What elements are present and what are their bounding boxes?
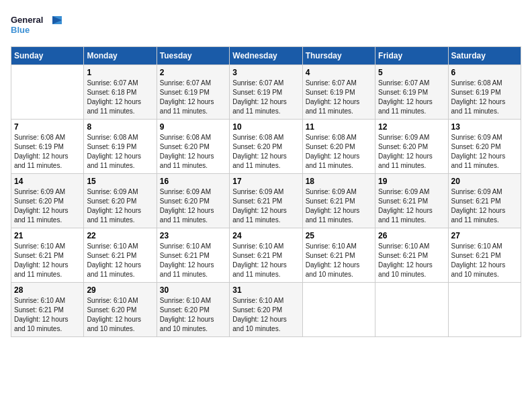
day-number: 11 [306, 122, 372, 132]
day-info: Sunrise: 6:10 AMSunset: 6:21 PMDaylight:… [160, 242, 226, 279]
day-info: Sunrise: 6:10 AMSunset: 6:21 PMDaylight:… [451, 242, 518, 279]
day-cell: 14Sunrise: 6:09 AMSunset: 6:20 PMDayligh… [11, 174, 84, 228]
day-cell: 26Sunrise: 6:10 AMSunset: 6:21 PMDayligh… [375, 228, 448, 283]
day-number: 24 [232, 231, 299, 240]
page-header: General Blue [11, 11, 521, 41]
day-cell: 27Sunrise: 6:10 AMSunset: 6:21 PMDayligh… [448, 228, 521, 283]
header-wednesday: Wednesday [230, 47, 302, 65]
day-number: 18 [306, 177, 372, 186]
day-info: Sunrise: 6:09 AMSunset: 6:21 PMDaylight:… [306, 187, 372, 225]
calendar-table: SundayMondayTuesdayWednesdayThursdayFrid… [11, 46, 521, 337]
week-row-5: 28Sunrise: 6:10 AMSunset: 6:21 PMDayligh… [11, 283, 521, 337]
week-row-2: 7Sunrise: 6:08 AMSunset: 6:19 PMDaylight… [11, 120, 521, 174]
day-number: 22 [87, 231, 153, 240]
day-number: 19 [378, 177, 445, 186]
day-info: Sunrise: 6:09 AMSunset: 6:20 PMDaylight:… [378, 133, 445, 171]
day-number: 17 [232, 177, 299, 186]
day-number: 28 [14, 285, 81, 295]
day-number: 27 [451, 231, 518, 240]
day-info: Sunrise: 6:08 AMSunset: 6:19 PMDaylight:… [14, 133, 81, 171]
day-cell: 25Sunrise: 6:10 AMSunset: 6:21 PMDayligh… [302, 228, 375, 283]
day-cell: 8Sunrise: 6:08 AMSunset: 6:19 PMDaylight… [84, 120, 157, 174]
day-cell: 6Sunrise: 6:08 AMSunset: 6:19 PMDaylight… [448, 65, 521, 120]
logo-svg: General Blue [11, 11, 64, 41]
day-cell [302, 283, 375, 337]
day-cell: 18Sunrise: 6:09 AMSunset: 6:21 PMDayligh… [302, 174, 375, 228]
day-cell: 12Sunrise: 6:09 AMSunset: 6:20 PMDayligh… [375, 120, 448, 174]
day-info: Sunrise: 6:07 AMSunset: 6:19 PMDaylight:… [160, 79, 226, 116]
day-cell: 1Sunrise: 6:07 AMSunset: 6:18 PMDaylight… [84, 65, 157, 120]
day-info: Sunrise: 6:08 AMSunset: 6:19 PMDaylight:… [451, 79, 518, 116]
logo: General Blue [11, 11, 64, 41]
day-cell: 22Sunrise: 6:10 AMSunset: 6:21 PMDayligh… [84, 228, 157, 283]
day-number: 10 [232, 122, 299, 132]
day-cell: 7Sunrise: 6:08 AMSunset: 6:19 PMDaylight… [11, 120, 84, 174]
day-number: 1 [87, 68, 153, 77]
day-info: Sunrise: 6:10 AMSunset: 6:21 PMDaylight:… [306, 242, 372, 279]
day-cell [375, 283, 448, 337]
day-info: Sunrise: 6:09 AMSunset: 6:21 PMDaylight:… [451, 187, 518, 225]
day-info: Sunrise: 6:09 AMSunset: 6:20 PMDaylight:… [87, 187, 153, 225]
day-cell: 30Sunrise: 6:10 AMSunset: 6:20 PMDayligh… [157, 283, 229, 337]
day-number: 9 [160, 122, 226, 132]
day-number: 30 [160, 285, 226, 295]
week-row-1: 1Sunrise: 6:07 AMSunset: 6:18 PMDaylight… [11, 65, 521, 120]
day-info: Sunrise: 6:09 AMSunset: 6:21 PMDaylight:… [378, 187, 445, 225]
day-cell: 17Sunrise: 6:09 AMSunset: 6:21 PMDayligh… [230, 174, 302, 228]
day-info: Sunrise: 6:07 AMSunset: 6:19 PMDaylight:… [306, 79, 372, 116]
day-cell: 24Sunrise: 6:10 AMSunset: 6:21 PMDayligh… [230, 228, 302, 283]
header-saturday: Saturday [448, 47, 521, 65]
day-number: 5 [378, 68, 445, 77]
day-number: 6 [451, 68, 518, 77]
day-info: Sunrise: 6:07 AMSunset: 6:18 PMDaylight:… [87, 79, 153, 116]
calendar-header-row: SundayMondayTuesdayWednesdayThursdayFrid… [11, 47, 521, 65]
header-friday: Friday [375, 47, 448, 65]
day-cell: 2Sunrise: 6:07 AMSunset: 6:19 PMDaylight… [157, 65, 229, 120]
day-info: Sunrise: 6:10 AMSunset: 6:20 PMDaylight:… [160, 296, 226, 334]
week-row-3: 14Sunrise: 6:09 AMSunset: 6:20 PMDayligh… [11, 174, 521, 228]
day-info: Sunrise: 6:07 AMSunset: 6:19 PMDaylight:… [378, 79, 445, 116]
day-number: 26 [378, 231, 445, 240]
svg-text:General: General [11, 15, 43, 25]
header-sunday: Sunday [11, 47, 84, 65]
day-number: 15 [87, 177, 153, 186]
day-number: 8 [87, 122, 153, 132]
day-cell: 29Sunrise: 6:10 AMSunset: 6:20 PMDayligh… [84, 283, 157, 337]
week-row-4: 21Sunrise: 6:10 AMSunset: 6:21 PMDayligh… [11, 228, 521, 283]
day-number: 3 [232, 68, 299, 77]
day-number: 31 [232, 285, 299, 295]
day-info: Sunrise: 6:09 AMSunset: 6:20 PMDaylight:… [14, 187, 81, 225]
day-cell: 5Sunrise: 6:07 AMSunset: 6:19 PMDaylight… [375, 65, 448, 120]
day-info: Sunrise: 6:09 AMSunset: 6:20 PMDaylight:… [160, 187, 226, 225]
day-number: 13 [451, 122, 518, 132]
day-info: Sunrise: 6:08 AMSunset: 6:20 PMDaylight:… [160, 133, 226, 171]
day-cell [11, 65, 84, 120]
header-tuesday: Tuesday [157, 47, 229, 65]
day-info: Sunrise: 6:10 AMSunset: 6:20 PMDaylight:… [87, 296, 153, 334]
day-info: Sunrise: 6:07 AMSunset: 6:19 PMDaylight:… [232, 79, 299, 116]
day-number: 2 [160, 68, 226, 77]
day-cell: 16Sunrise: 6:09 AMSunset: 6:20 PMDayligh… [157, 174, 229, 228]
day-cell [448, 283, 521, 337]
day-info: Sunrise: 6:10 AMSunset: 6:21 PMDaylight:… [14, 296, 81, 334]
day-number: 25 [306, 231, 372, 240]
header-monday: Monday [84, 47, 157, 65]
day-number: 29 [87, 285, 153, 295]
day-cell: 31Sunrise: 6:10 AMSunset: 6:20 PMDayligh… [230, 283, 302, 337]
day-number: 12 [378, 122, 445, 132]
header-thursday: Thursday [302, 47, 375, 65]
day-number: 14 [14, 177, 81, 186]
day-cell: 10Sunrise: 6:08 AMSunset: 6:20 PMDayligh… [230, 120, 302, 174]
day-cell: 13Sunrise: 6:09 AMSunset: 6:20 PMDayligh… [448, 120, 521, 174]
day-cell: 23Sunrise: 6:10 AMSunset: 6:21 PMDayligh… [157, 228, 229, 283]
day-info: Sunrise: 6:09 AMSunset: 6:20 PMDaylight:… [451, 133, 518, 171]
day-cell: 3Sunrise: 6:07 AMSunset: 6:19 PMDaylight… [230, 65, 302, 120]
day-cell: 4Sunrise: 6:07 AMSunset: 6:19 PMDaylight… [302, 65, 375, 120]
day-cell: 19Sunrise: 6:09 AMSunset: 6:21 PMDayligh… [375, 174, 448, 228]
day-cell: 28Sunrise: 6:10 AMSunset: 6:21 PMDayligh… [11, 283, 84, 337]
svg-text:Blue: Blue [11, 25, 30, 35]
day-info: Sunrise: 6:10 AMSunset: 6:20 PMDaylight:… [232, 296, 299, 334]
day-info: Sunrise: 6:08 AMSunset: 6:20 PMDaylight:… [306, 133, 372, 171]
day-number: 7 [14, 122, 81, 132]
day-info: Sunrise: 6:10 AMSunset: 6:21 PMDaylight:… [378, 242, 445, 279]
